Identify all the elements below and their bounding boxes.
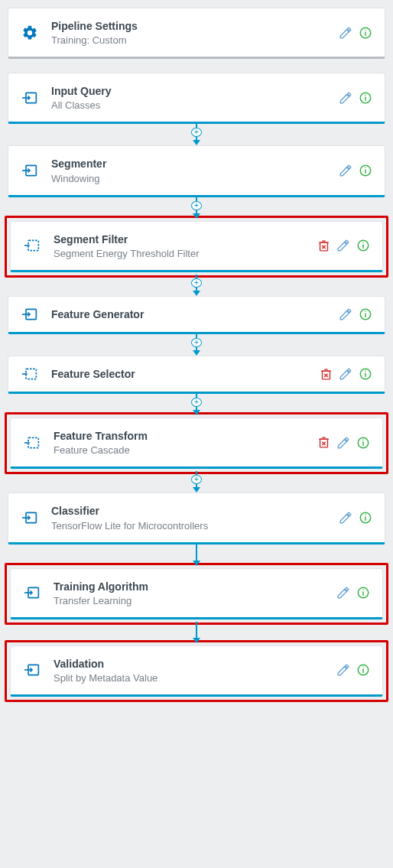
svg-point-12 xyxy=(365,167,366,168)
info-icon[interactable] xyxy=(356,239,370,252)
input-arrow-icon xyxy=(22,307,37,321)
delete-icon[interactable] xyxy=(317,436,330,449)
step-title: Feature Generator xyxy=(51,307,339,321)
add-step-connector[interactable]: + xyxy=(8,275,385,296)
pipeline-step-card[interactable]: Pipeline SettingsTraining: Custom xyxy=(8,8,385,59)
step-wrapper: Feature TransformFeature Cascade xyxy=(5,412,388,474)
svg-point-37 xyxy=(365,371,366,372)
step-text: ValidationSplit by Metadata Value xyxy=(54,657,336,684)
info-icon[interactable] xyxy=(359,367,372,381)
svg-point-52 xyxy=(365,514,366,515)
step-subtitle: TensorFlow Lite for Microcontrollers xyxy=(51,520,339,532)
step-wrapper: Feature Generator xyxy=(8,296,385,334)
step-icon-box xyxy=(21,239,43,252)
step-text: Feature Selector xyxy=(51,367,320,381)
plus-icon[interactable]: + xyxy=(191,278,202,288)
info-icon[interactable] xyxy=(359,91,372,105)
add-step-connector[interactable]: + xyxy=(8,394,385,415)
pipeline-step-card[interactable]: Segment FilterSegment Energy Threshold F… xyxy=(10,221,383,272)
step-subtitle: Feature Cascade xyxy=(54,444,317,456)
pipeline-step-card[interactable]: ClassifierTensorFlow Lite for Microcontr… xyxy=(8,493,385,544)
step-wrapper: ClassifierTensorFlow Lite for Microcontr… xyxy=(8,493,385,544)
step-title: Classifier xyxy=(51,504,339,518)
step-subtitle: Windowing xyxy=(51,173,339,184)
pipeline-step-card[interactable]: Input QueryAll Classes xyxy=(8,73,385,124)
step-actions xyxy=(336,663,370,677)
plus-icon[interactable]: + xyxy=(191,475,202,484)
edit-icon[interactable] xyxy=(336,239,350,252)
flow-connector: + xyxy=(8,622,385,643)
step-title: Segment Filter xyxy=(54,232,317,246)
step-subtitle: Segment Energy Threshold Filter xyxy=(54,248,317,259)
info-icon[interactable] xyxy=(356,586,370,600)
step-icon-box xyxy=(19,164,41,177)
edit-icon[interactable] xyxy=(339,511,352,525)
step-actions xyxy=(339,511,372,525)
step-wrapper: SegmenterWindowing xyxy=(8,145,385,197)
pipeline-step-card[interactable]: Feature Selector xyxy=(8,356,385,394)
info-icon[interactable] xyxy=(356,663,370,677)
edit-icon[interactable] xyxy=(339,307,352,321)
edit-icon[interactable] xyxy=(336,436,350,450)
delete-icon[interactable] xyxy=(320,368,333,381)
step-actions xyxy=(339,307,372,321)
step-text: Input QueryAll Classes xyxy=(51,84,339,111)
input-arrow-icon xyxy=(24,663,40,677)
input-arrow-icon xyxy=(22,164,37,177)
input-arrow-icon xyxy=(24,586,40,600)
filter-box-icon xyxy=(22,367,37,381)
add-step-connector[interactable]: + xyxy=(8,334,385,356)
filter-box-icon xyxy=(24,436,40,450)
info-icon[interactable] xyxy=(356,436,370,450)
step-subtitle: All Classes xyxy=(51,99,339,111)
step-wrapper: ValidationSplit by Metadata Value xyxy=(5,640,388,702)
step-wrapper: Segment FilterSegment Energy Threshold F… xyxy=(5,216,388,278)
svg-rect-38 xyxy=(28,437,38,447)
info-icon[interactable] xyxy=(359,511,372,525)
edit-icon[interactable] xyxy=(339,367,352,381)
svg-rect-28 xyxy=(26,369,36,379)
pipeline-step-card[interactable]: Training AlgorithmTransfer Learning xyxy=(10,568,383,619)
input-arrow-icon xyxy=(22,511,37,525)
add-step-connector[interactable]: + xyxy=(8,197,385,219)
pipeline-step-card[interactable]: SegmenterWindowing xyxy=(8,145,385,197)
step-icon-box xyxy=(19,367,41,381)
step-title: Input Query xyxy=(51,84,339,98)
plus-icon[interactable]: + xyxy=(191,338,202,347)
step-text: Feature Generator xyxy=(51,307,339,321)
step-wrapper: Training AlgorithmTransfer Learning xyxy=(5,563,388,625)
edit-icon[interactable] xyxy=(339,164,352,177)
plus-icon[interactable]: + xyxy=(191,201,202,210)
svg-point-2 xyxy=(365,29,366,31)
info-icon[interactable] xyxy=(359,164,372,177)
step-title: Validation xyxy=(54,657,336,671)
step-actions xyxy=(339,26,372,40)
step-actions xyxy=(317,436,370,450)
pipeline-step-card[interactable]: Feature Generator xyxy=(8,296,385,334)
plus-icon[interactable]: + xyxy=(191,398,202,407)
step-title: Pipeline Settings xyxy=(51,19,339,33)
edit-icon[interactable] xyxy=(336,586,350,600)
step-wrapper: Feature Selector xyxy=(8,356,385,394)
pipeline-step-card[interactable]: Feature TransformFeature Cascade xyxy=(10,418,383,469)
step-subtitle: Split by Metadata Value xyxy=(54,672,336,684)
info-icon[interactable] xyxy=(359,307,372,321)
add-step-connector[interactable]: + xyxy=(8,471,385,493)
pipeline-step-card[interactable]: ValidationSplit by Metadata Value xyxy=(10,645,383,697)
edit-icon[interactable] xyxy=(339,91,352,105)
edit-icon[interactable] xyxy=(336,663,350,677)
plus-icon[interactable]: + xyxy=(191,128,202,137)
step-wrapper: Pipeline SettingsTraining: Custom xyxy=(8,8,385,59)
delete-icon[interactable] xyxy=(317,239,330,252)
svg-point-27 xyxy=(365,310,366,312)
add-step-connector[interactable]: + xyxy=(8,124,385,145)
step-title: Segmenter xyxy=(51,157,339,171)
step-title: Feature Selector xyxy=(51,367,320,381)
flow-connector: + xyxy=(8,545,385,566)
gear-icon xyxy=(21,24,38,41)
info-icon[interactable] xyxy=(359,26,372,40)
step-text: Segment FilterSegment Energy Threshold F… xyxy=(54,232,317,259)
edit-icon[interactable] xyxy=(339,26,352,40)
step-icon-box xyxy=(19,511,41,525)
svg-point-22 xyxy=(362,242,364,244)
